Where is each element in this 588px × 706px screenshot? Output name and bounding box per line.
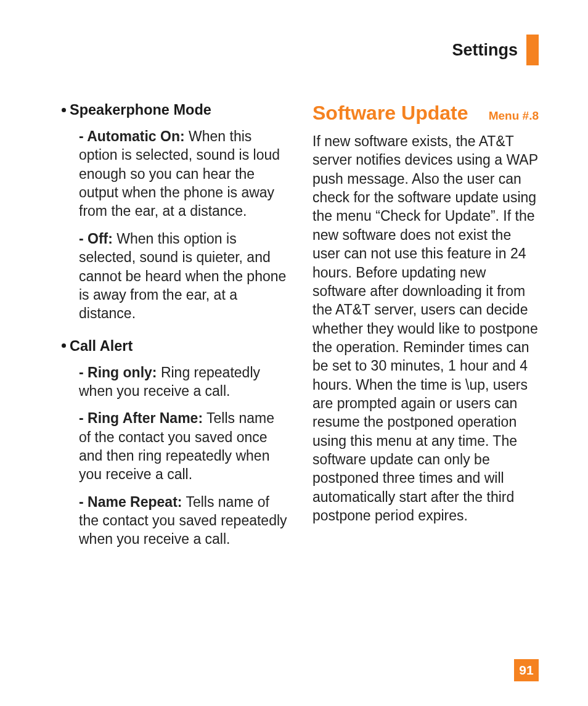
list-item: - Automatic On: When this option is sele… (79, 127, 288, 221)
menu-reference: Menu #.8 (489, 109, 539, 123)
accent-bar (526, 35, 539, 65)
bullet-icon (62, 108, 66, 112)
content-columns: Speakerphone Mode - Automatic On: When t… (62, 102, 539, 564)
left-column: Speakerphone Mode - Automatic On: When t… (62, 102, 288, 564)
speakerphone-options: - Automatic On: When this option is sele… (79, 127, 288, 323)
manual-page: Settings Speakerphone Mode - Automatic O… (0, 0, 588, 706)
right-column: Software Update Menu #.8 If new software… (312, 102, 539, 564)
option-label: Name Repeat: (88, 494, 182, 510)
list-item: - Name Repeat: Tells name of the contact… (79, 493, 288, 549)
call-alert-title: Call Alert (62, 338, 288, 355)
dash-icon: - (79, 364, 88, 380)
page-number: 91 (514, 659, 539, 681)
section-name: Settings (452, 41, 518, 60)
page-header: Settings (452, 35, 539, 65)
section-heading-row: Software Update Menu #.8 (312, 102, 539, 125)
software-update-heading: Software Update (312, 102, 468, 125)
title-text: Call Alert (70, 338, 133, 354)
speakerphone-mode-title: Speakerphone Mode (62, 102, 288, 118)
dash-icon: - (79, 494, 88, 510)
list-item: - Ring only: Ring repeatedly when you re… (79, 363, 288, 401)
dash-icon: - (79, 231, 88, 247)
list-item: - Off: When this option is selected, sou… (79, 229, 288, 323)
speakerphone-mode-block: Speakerphone Mode - Automatic On: When t… (62, 102, 288, 323)
title-text: Speakerphone Mode (70, 102, 211, 118)
option-label: Automatic On: (87, 128, 184, 144)
software-update-paragraph: If new software exists, the AT&T server … (312, 132, 539, 525)
call-alert-options: - Ring only: Ring repeatedly when you re… (79, 363, 288, 549)
option-label: Off: (88, 231, 113, 247)
option-label: Ring only: (88, 364, 157, 380)
list-item: - Ring After Name: Tells name of the con… (79, 409, 288, 483)
call-alert-block: Call Alert - Ring only: Ring repeatedly … (62, 338, 288, 549)
option-label: Ring After Name: (88, 410, 203, 426)
dash-icon: - (79, 410, 88, 426)
bullet-icon (62, 343, 66, 348)
dash-icon: - (79, 128, 87, 144)
